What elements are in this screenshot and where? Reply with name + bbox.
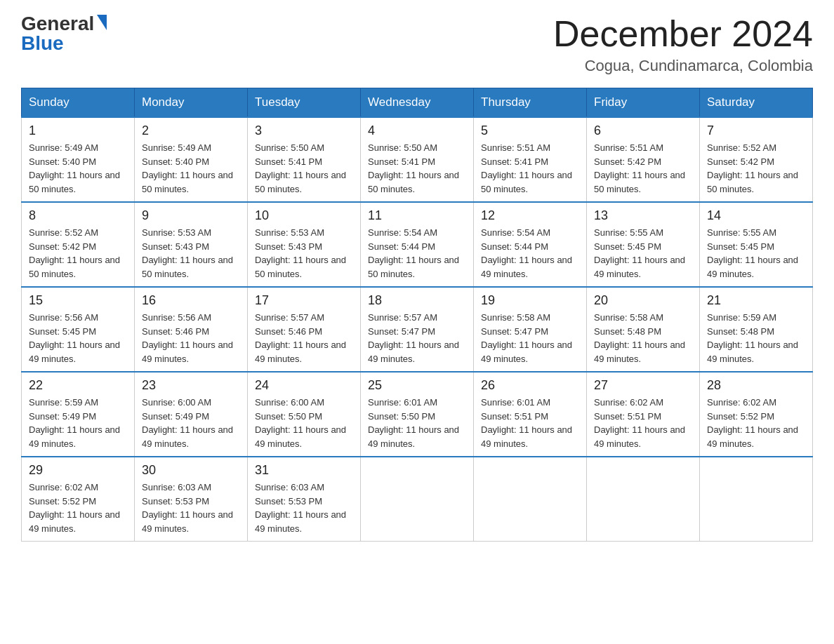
calendar-cell — [474, 457, 587, 542]
calendar-cell: 31Sunrise: 6:03 AMSunset: 5:53 PMDayligh… — [248, 457, 361, 542]
day-number: 25 — [368, 378, 466, 393]
day-number: 16 — [142, 293, 240, 308]
day-info: Sunrise: 5:59 AMSunset: 5:49 PMDaylight:… — [29, 396, 127, 450]
day-number: 8 — [29, 208, 127, 223]
day-info: Sunrise: 5:56 AMSunset: 5:46 PMDaylight:… — [142, 311, 240, 365]
day-number: 22 — [29, 378, 127, 393]
calendar-cell: 9Sunrise: 5:53 AMSunset: 5:43 PMDaylight… — [135, 202, 248, 287]
day-info: Sunrise: 5:49 AMSunset: 5:40 PMDaylight:… — [29, 141, 127, 196]
day-number: 12 — [481, 208, 579, 223]
calendar-cell: 10Sunrise: 5:53 AMSunset: 5:43 PMDayligh… — [248, 202, 361, 287]
logo-arrow-icon — [97, 15, 107, 30]
day-info: Sunrise: 5:55 AMSunset: 5:45 PMDaylight:… — [707, 226, 805, 281]
day-number: 19 — [481, 293, 579, 308]
day-info: Sunrise: 6:00 AMSunset: 5:49 PMDaylight:… — [142, 396, 240, 450]
day-number: 9 — [142, 208, 240, 223]
day-info: Sunrise: 5:53 AMSunset: 5:43 PMDaylight:… — [142, 226, 240, 281]
weekday-header-sunday: Sunday — [22, 88, 135, 118]
day-info: Sunrise: 5:59 AMSunset: 5:48 PMDaylight:… — [707, 311, 805, 365]
day-info: Sunrise: 6:03 AMSunset: 5:53 PMDaylight:… — [255, 481, 353, 535]
calendar-cell — [700, 457, 813, 542]
day-info: Sunrise: 6:02 AMSunset: 5:52 PMDaylight:… — [29, 481, 127, 535]
calendar-cell: 8Sunrise: 5:52 AMSunset: 5:42 PMDaylight… — [22, 202, 135, 287]
day-info: Sunrise: 5:57 AMSunset: 5:47 PMDaylight:… — [368, 311, 466, 365]
day-info: Sunrise: 5:51 AMSunset: 5:41 PMDaylight:… — [481, 141, 579, 196]
day-number: 29 — [29, 463, 127, 478]
calendar-cell: 28Sunrise: 6:02 AMSunset: 5:52 PMDayligh… — [700, 372, 813, 457]
day-number: 2 — [142, 123, 240, 138]
day-number: 5 — [481, 123, 579, 138]
day-number: 3 — [255, 123, 353, 138]
logo-general: General — [21, 14, 94, 34]
calendar-cell: 19Sunrise: 5:58 AMSunset: 5:47 PMDayligh… — [474, 287, 587, 372]
day-info: Sunrise: 6:02 AMSunset: 5:51 PMDaylight:… — [594, 396, 692, 450]
calendar-cell: 13Sunrise: 5:55 AMSunset: 5:45 PMDayligh… — [587, 202, 700, 287]
day-info: Sunrise: 5:58 AMSunset: 5:47 PMDaylight:… — [481, 311, 579, 365]
weekday-header-friday: Friday — [587, 88, 700, 118]
calendar-table: SundayMondayTuesdayWednesdayThursdayFrid… — [21, 88, 813, 542]
day-info: Sunrise: 5:52 AMSunset: 5:42 PMDaylight:… — [29, 226, 127, 281]
day-info: Sunrise: 5:52 AMSunset: 5:42 PMDaylight:… — [707, 141, 805, 196]
day-number: 11 — [368, 208, 466, 223]
day-info: Sunrise: 6:01 AMSunset: 5:50 PMDaylight:… — [368, 396, 466, 450]
calendar-cell: 3Sunrise: 5:50 AMSunset: 5:41 PMDaylight… — [248, 117, 361, 202]
day-info: Sunrise: 5:50 AMSunset: 5:41 PMDaylight:… — [368, 141, 466, 196]
day-number: 24 — [255, 378, 353, 393]
day-number: 10 — [255, 208, 353, 223]
day-number: 26 — [481, 378, 579, 393]
weekday-header-saturday: Saturday — [700, 88, 813, 118]
day-number: 4 — [368, 123, 466, 138]
day-number: 20 — [594, 293, 692, 308]
calendar-cell: 25Sunrise: 6:01 AMSunset: 5:50 PMDayligh… — [361, 372, 474, 457]
calendar-cell: 22Sunrise: 5:59 AMSunset: 5:49 PMDayligh… — [22, 372, 135, 457]
calendar-week-2: 8Sunrise: 5:52 AMSunset: 5:42 PMDaylight… — [22, 202, 813, 287]
day-info: Sunrise: 5:54 AMSunset: 5:44 PMDaylight:… — [368, 226, 466, 281]
day-number: 14 — [707, 208, 805, 223]
day-info: Sunrise: 5:49 AMSunset: 5:40 PMDaylight:… — [142, 141, 240, 196]
calendar-cell: 6Sunrise: 5:51 AMSunset: 5:42 PMDaylight… — [587, 117, 700, 202]
title-section: December 2024 Cogua, Cundinamarca, Colom… — [553, 14, 813, 75]
calendar-cell: 17Sunrise: 5:57 AMSunset: 5:46 PMDayligh… — [248, 287, 361, 372]
day-number: 21 — [707, 293, 805, 308]
day-number: 23 — [142, 378, 240, 393]
day-number: 18 — [368, 293, 466, 308]
day-info: Sunrise: 5:58 AMSunset: 5:48 PMDaylight:… — [594, 311, 692, 365]
calendar-cell: 14Sunrise: 5:55 AMSunset: 5:45 PMDayligh… — [700, 202, 813, 287]
calendar-cell: 12Sunrise: 5:54 AMSunset: 5:44 PMDayligh… — [474, 202, 587, 287]
calendar-cell: 2Sunrise: 5:49 AMSunset: 5:40 PMDaylight… — [135, 117, 248, 202]
day-number: 7 — [707, 123, 805, 138]
month-title: December 2024 — [553, 14, 813, 54]
day-number: 17 — [255, 293, 353, 308]
day-number: 31 — [255, 463, 353, 478]
calendar-cell: 30Sunrise: 6:03 AMSunset: 5:53 PMDayligh… — [135, 457, 248, 542]
calendar-cell — [587, 457, 700, 542]
day-info: Sunrise: 5:55 AMSunset: 5:45 PMDaylight:… — [594, 226, 692, 281]
calendar-cell: 11Sunrise: 5:54 AMSunset: 5:44 PMDayligh… — [361, 202, 474, 287]
location-title: Cogua, Cundinamarca, Colombia — [553, 57, 813, 75]
day-info: Sunrise: 5:50 AMSunset: 5:41 PMDaylight:… — [255, 141, 353, 196]
calendar-week-4: 22Sunrise: 5:59 AMSunset: 5:49 PMDayligh… — [22, 372, 813, 457]
calendar-cell: 5Sunrise: 5:51 AMSunset: 5:41 PMDaylight… — [474, 117, 587, 202]
day-info: Sunrise: 6:01 AMSunset: 5:51 PMDaylight:… — [481, 396, 579, 450]
calendar-cell: 4Sunrise: 5:50 AMSunset: 5:41 PMDaylight… — [361, 117, 474, 202]
calendar-cell — [361, 457, 474, 542]
calendar-week-1: 1Sunrise: 5:49 AMSunset: 5:40 PMDaylight… — [22, 117, 813, 202]
day-info: Sunrise: 5:54 AMSunset: 5:44 PMDaylight:… — [481, 226, 579, 281]
day-info: Sunrise: 6:03 AMSunset: 5:53 PMDaylight:… — [142, 481, 240, 535]
day-number: 1 — [29, 123, 127, 138]
day-info: Sunrise: 5:53 AMSunset: 5:43 PMDaylight:… — [255, 226, 353, 281]
calendar-cell: 24Sunrise: 6:00 AMSunset: 5:50 PMDayligh… — [248, 372, 361, 457]
calendar-cell: 16Sunrise: 5:56 AMSunset: 5:46 PMDayligh… — [135, 287, 248, 372]
weekday-header-thursday: Thursday — [474, 88, 587, 118]
day-info: Sunrise: 5:56 AMSunset: 5:45 PMDaylight:… — [29, 311, 127, 365]
calendar-cell: 27Sunrise: 6:02 AMSunset: 5:51 PMDayligh… — [587, 372, 700, 457]
calendar-week-3: 15Sunrise: 5:56 AMSunset: 5:45 PMDayligh… — [22, 287, 813, 372]
weekday-header-row: SundayMondayTuesdayWednesdayThursdayFrid… — [22, 88, 813, 118]
calendar-cell: 26Sunrise: 6:01 AMSunset: 5:51 PMDayligh… — [474, 372, 587, 457]
weekday-header-monday: Monday — [135, 88, 248, 118]
calendar-cell: 29Sunrise: 6:02 AMSunset: 5:52 PMDayligh… — [22, 457, 135, 542]
logo: General Blue — [21, 14, 107, 53]
day-number: 6 — [594, 123, 692, 138]
day-number: 30 — [142, 463, 240, 478]
day-number: 27 — [594, 378, 692, 393]
